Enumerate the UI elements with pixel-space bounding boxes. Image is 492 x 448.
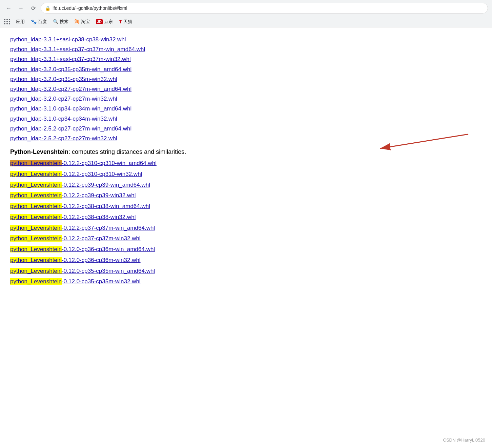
apps-grid-icon[interactable] (4, 19, 11, 24)
lev-prefix-3: python_Levenshtein (10, 192, 62, 199)
search-label: 搜索 (60, 19, 68, 25)
lev-link-5[interactable]: python_Levenshtein-0.12.2-cp38-cp38-win3… (10, 212, 482, 222)
taobao-label: 淘宝 (81, 19, 90, 25)
lev-prefix-10: python_Levenshtein (10, 268, 62, 274)
levenshtein-links-section: python_Levenshtein-0.12.2-cp310-cp310-wi… (10, 158, 482, 287)
jd-label: 京东 (104, 19, 113, 25)
section-title-bold: Python-Levenshtein (10, 148, 68, 155)
tmall-icon: T (119, 19, 122, 24)
lev-suffix-8: -0.12.0-cp36-cp36m-win_amd64.whl (62, 246, 155, 252)
arrow-annotation (370, 127, 472, 155)
lev-suffix-4: -0.12.2-cp38-cp38-win_amd64.whl (62, 203, 150, 209)
bookmarks-bar: 应用 🐾 百度 🔍 搜索 淘 淘宝 JD 京东 T 天猫 (0, 16, 492, 27)
address-bar[interactable]: 🔒 lfd.uci.edu/~gohlke/pythonlibs/#lxml (41, 3, 488, 14)
tmall-label: 天猫 (123, 19, 132, 25)
lev-prefix-2: python_Levenshtein (10, 182, 62, 188)
lev-suffix-3: -0.12.2-cp39-cp39-win32.whl (62, 192, 136, 199)
lev-prefix-7: python_Levenshtein (10, 235, 62, 242)
bookmark-jd[interactable]: JD 京东 (94, 18, 115, 25)
bookmark-taobao[interactable]: 淘 淘宝 (73, 18, 92, 25)
lev-prefix-8: python_Levenshtein (10, 246, 62, 252)
lev-link-0[interactable]: python_Levenshtein-0.12.2-cp310-cp310-wi… (10, 158, 482, 168)
lev-suffix-6: -0.12.2-cp37-cp37m-win_amd64.whl (62, 225, 155, 231)
lev-suffix-0: -0.12.2-cp310-cp310-win_amd64.whl (62, 160, 157, 166)
bookmark-tmall[interactable]: T 天猫 (117, 18, 134, 25)
jd-icon: JD (96, 19, 103, 24)
ldap-link-4[interactable]: python_ldap-3.2.0-cp35-cp35m-win32.whl (10, 75, 482, 84)
lev-suffix-10: -0.12.0-cp35-cp35m-win_amd64.whl (62, 268, 155, 274)
bookmark-apps[interactable]: 应用 (14, 18, 27, 25)
ldap-link-0[interactable]: python_ldap-3.3.1+sasl-cp38-cp38-win32.w… (10, 35, 482, 44)
search-icon: 🔍 (53, 19, 58, 24)
refresh-button[interactable]: ⟳ (28, 3, 38, 13)
lev-link-3[interactable]: python_Levenshtein-0.12.2-cp39-cp39-win3… (10, 190, 482, 201)
url-text: lfd.uci.edu/~gohlke/pythonlibs/#lxml (53, 5, 127, 11)
lev-suffix-11: -0.12.0-cp35-cp35m-win32.whl (62, 278, 140, 285)
apps-label: 应用 (16, 19, 25, 25)
lev-prefix-1: python_Levenshtein (10, 171, 62, 177)
lev-link-6[interactable]: python_Levenshtein-0.12.2-cp37-cp37m-win… (10, 223, 482, 233)
back-button[interactable]: ← (4, 3, 14, 13)
ldap-link-3[interactable]: python_ldap-3.2.0-cp35-cp35m-win_amd64.w… (10, 65, 482, 74)
nav-bar: ← → ⟳ 🔒 lfd.uci.edu/~gohlke/pythonlibs/#… (0, 0, 492, 16)
section-title-rest: : computes string distances and similari… (68, 148, 186, 155)
lev-link-8[interactable]: python_Levenshtein-0.12.0-cp36-cp36m-win… (10, 244, 482, 254)
lev-prefix-4: python_Levenshtein (10, 203, 62, 209)
bookmark-search[interactable]: 🔍 搜索 (51, 18, 70, 25)
lev-prefix-11: python_Levenshtein (10, 278, 62, 285)
lev-suffix-9: -0.12.0-cp36-cp36m-win32.whl (62, 257, 140, 263)
lev-suffix-5: -0.12.2-cp38-cp38-win32.whl (62, 214, 136, 220)
lev-link-9[interactable]: python_Levenshtein-0.12.0-cp36-cp36m-win… (10, 255, 482, 265)
lev-link-7[interactable]: python_Levenshtein-0.12.2-cp37-cp37m-win… (10, 233, 482, 244)
lev-suffix-7: -0.12.2-cp37-cp37m-win32.whl (62, 235, 140, 242)
ldap-link-8[interactable]: python_ldap-3.1.0-cp34-cp34m-win32.whl (10, 114, 482, 123)
baidu-icon: 🐾 (31, 19, 37, 24)
ldap-link-2[interactable]: python_ldap-3.3.1+sasl-cp37-cp37m-win32.… (10, 55, 482, 64)
ldap-link-7[interactable]: python_ldap-3.1.0-cp34-cp34m-win_amd64.w… (10, 104, 482, 113)
lev-link-11[interactable]: python_Levenshtein-0.12.0-cp35-cp35m-win… (10, 277, 482, 287)
lev-suffix-2: -0.12.2-cp39-cp39-win_amd64.whl (62, 182, 150, 188)
ldap-links-section: python_ldap-3.3.1+sasl-cp38-cp38-win32.w… (10, 35, 482, 143)
baidu-label: 百度 (38, 19, 47, 25)
lev-prefix-5: python_Levenshtein (10, 214, 62, 220)
lev-prefix-6: python_Levenshtein (10, 225, 62, 231)
browser-chrome: ← → ⟳ 🔒 lfd.uci.edu/~gohlke/pythonlibs/#… (0, 0, 492, 27)
watermark: CSDN @HarryLi0520 (443, 437, 485, 443)
lev-suffix-1: -0.12.2-cp310-cp310-win32.whl (62, 171, 142, 177)
lev-prefix-0: python_Levenshtein (10, 160, 62, 166)
lev-link-1[interactable]: python_Levenshtein-0.12.2-cp310-cp310-wi… (10, 169, 482, 179)
lev-prefix-9: python_Levenshtein (10, 257, 62, 263)
lev-link-4[interactable]: python_Levenshtein-0.12.2-cp38-cp38-win_… (10, 201, 482, 211)
svg-line-1 (380, 134, 468, 148)
lev-link-2[interactable]: python_Levenshtein-0.12.2-cp39-cp39-win_… (10, 180, 482, 190)
ldap-link-5[interactable]: python_ldap-3.2.0-cp27-cp27m-win_amd64.w… (10, 84, 482, 94)
forward-button[interactable]: → (16, 3, 26, 13)
bookmark-baidu[interactable]: 🐾 百度 (29, 18, 49, 25)
taobao-icon: 淘 (75, 18, 80, 25)
ldap-link-6[interactable]: python_ldap-3.2.0-cp27-cp27m-win32.whl (10, 94, 482, 103)
page-content: python_ldap-3.3.1+sasl-cp38-cp38-win32.w… (0, 27, 492, 296)
lock-icon: 🔒 (45, 6, 50, 11)
lev-link-10[interactable]: python_Levenshtein-0.12.0-cp35-cp35m-win… (10, 266, 482, 276)
ldap-link-1[interactable]: python_ldap-3.3.1+sasl-cp37-cp37m-win_am… (10, 45, 482, 54)
